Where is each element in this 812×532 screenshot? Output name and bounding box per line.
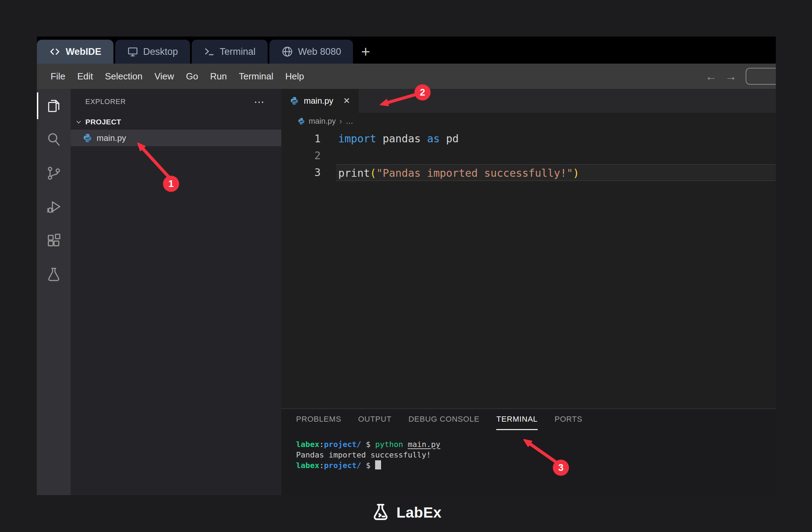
terminal-command: python: [375, 440, 408, 449]
editor-tab-main-py[interactable]: main.py ✕: [281, 89, 359, 113]
editor-tabstrip: main.py ✕: [281, 89, 776, 113]
labex-brand-text: LabEx: [397, 504, 442, 521]
globe-icon: [281, 46, 293, 58]
terminal-colon: :: [319, 440, 324, 449]
testing-icon[interactable]: [37, 258, 71, 291]
activity-bar: [37, 89, 71, 495]
terminal-dir: project/: [324, 461, 361, 470]
panel-tab-debug-console[interactable]: DEBUG CONSOLE: [408, 409, 479, 430]
terminal-user: labex: [296, 461, 319, 470]
breadcrumb-file[interactable]: main.py: [309, 117, 336, 126]
breadcrumb-symbol[interactable]: …: [346, 117, 353, 126]
search-icon[interactable]: [37, 123, 71, 156]
close-icon[interactable]: ✕: [343, 96, 350, 106]
token-string: "Pandas imported successfully!": [376, 167, 573, 179]
token-paren: (: [370, 167, 376, 179]
breadcrumb: main.py › …: [281, 113, 776, 130]
editor-tab-label: main.py: [304, 96, 333, 106]
monitor-icon: [127, 46, 138, 57]
token-module: pandas: [382, 132, 427, 145]
explorer-title: EXPLORER: [85, 98, 126, 106]
terminal-view[interactable]: labex:project/ $ python main.py Pandas i…: [281, 430, 776, 471]
token-keyword: import: [338, 132, 382, 145]
project-section-header[interactable]: PROJECT: [71, 114, 281, 130]
explorer-sidebar: EXPLORER ⋯ PROJECT main.py: [71, 89, 281, 495]
ide-window: WebIDE Desktop Terminal: [37, 37, 776, 495]
line-number: 3: [281, 164, 321, 181]
token-function: print: [338, 167, 370, 179]
menu-selection[interactable]: Selection: [99, 71, 149, 82]
terminal-prompt-icon: [204, 46, 215, 57]
token-keyword: as: [427, 132, 440, 145]
menubar: File Edit Selection View Go Run Terminal…: [37, 64, 776, 89]
menu-help[interactable]: Help: [279, 71, 310, 82]
panel-tab-terminal[interactable]: TERMINAL: [496, 409, 538, 430]
terminal-output-line: Pandas imported successfully!: [296, 450, 776, 460]
explorer-icon[interactable]: [37, 89, 71, 123]
new-tab-button[interactable]: +: [355, 40, 376, 64]
labex-flask-icon: [371, 502, 391, 523]
menu-go[interactable]: Go: [180, 71, 204, 82]
terminal-cursor: [375, 460, 381, 469]
source-control-icon[interactable]: [37, 156, 71, 190]
tab-web-8080-label: Web 8080: [298, 46, 341, 57]
command-search-box[interactable]: [746, 68, 776, 85]
panel-tab-ports[interactable]: PORTS: [555, 409, 582, 430]
tab-terminal[interactable]: Terminal: [192, 40, 268, 64]
menu-run[interactable]: Run: [204, 71, 233, 82]
project-section-label: PROJECT: [85, 118, 121, 126]
file-row-main-py[interactable]: main.py: [71, 130, 281, 146]
code-line-2: 2: [281, 147, 776, 164]
python-file-icon: [83, 133, 92, 143]
python-file-icon: [297, 117, 305, 125]
python-file-icon: [290, 96, 299, 105]
chevron-down-icon: [75, 118, 83, 126]
menu-view[interactable]: View: [149, 71, 180, 82]
menu-edit[interactable]: Edit: [71, 71, 99, 82]
run-debug-icon[interactable]: [37, 190, 71, 224]
tab-desktop[interactable]: Desktop: [115, 40, 190, 64]
workspace-tabbar: WebIDE Desktop Terminal: [37, 37, 776, 64]
terminal-dir: project/: [324, 440, 361, 449]
menu-file[interactable]: File: [45, 71, 71, 82]
panel-tabbar: PROBLEMS OUTPUT DEBUG CONSOLE TERMINAL P…: [281, 409, 776, 430]
terminal-user: labex: [296, 440, 319, 449]
tab-webide[interactable]: WebIDE: [37, 40, 113, 64]
terminal-colon: :: [319, 461, 324, 470]
explorer-more-icon[interactable]: ⋯: [254, 96, 265, 108]
panel-tab-problems[interactable]: PROBLEMS: [296, 409, 341, 430]
breadcrumb-separator: ›: [339, 116, 342, 126]
annotation-badge-2: 2: [414, 84, 431, 100]
annotation-badge-3: 3: [553, 460, 569, 476]
nav-back-icon[interactable]: ←: [704, 64, 718, 89]
tab-terminal-label: Terminal: [220, 46, 256, 57]
code-line-3: 3 print("Pandas imported successfully!"): [281, 164, 776, 181]
tab-webide-label: WebIDE: [66, 46, 102, 57]
panel-tab-output[interactable]: OUTPUT: [358, 409, 392, 430]
file-label: main.py: [97, 133, 126, 143]
code-icon: [49, 46, 61, 58]
menu-terminal[interactable]: Terminal: [233, 71, 279, 82]
code-line-1: 1 import pandas as pd: [281, 130, 776, 147]
bottom-panel: PROBLEMS OUTPUT DEBUG CONSOLE TERMINAL P…: [281, 408, 776, 495]
terminal-prompt: $: [361, 440, 375, 449]
code-editor[interactable]: 1 import pandas as pd 2 3 print("Pandas …: [281, 130, 776, 408]
terminal-prompt-line: labex:project/ $: [296, 460, 776, 471]
token-alias: pd: [440, 132, 459, 145]
terminal-prompt: $: [361, 461, 375, 470]
terminal-command-arg: main.py: [408, 440, 440, 449]
annotation-badge-1: 1: [163, 176, 179, 192]
tab-desktop-label: Desktop: [143, 46, 178, 57]
nav-forward-icon[interactable]: →: [724, 64, 738, 89]
extensions-icon[interactable]: [37, 224, 71, 258]
editor-area: main.py ✕ main.py › … 1 import pandas as…: [281, 89, 776, 495]
token-paren: ): [573, 167, 579, 179]
line-number: 2: [281, 147, 321, 164]
terminal-command-line: labex:project/ $ python main.py: [296, 439, 776, 450]
line-number: 1: [281, 130, 321, 147]
labex-logo: LabEx: [371, 502, 442, 523]
tab-web-8080[interactable]: Web 8080: [269, 40, 353, 64]
